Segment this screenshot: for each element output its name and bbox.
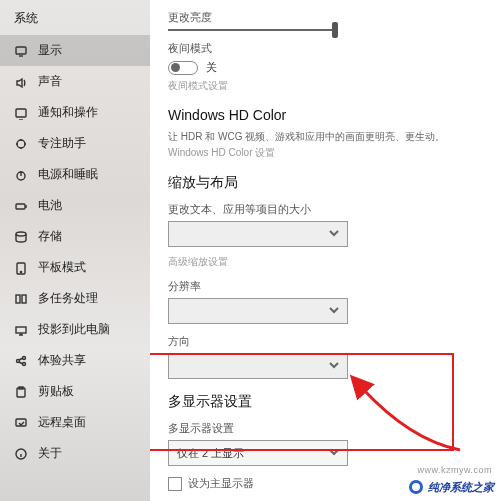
- sidebar-item-label: 关于: [38, 445, 62, 462]
- svg-point-2: [17, 140, 25, 148]
- scale-layout-title: 缩放与布局: [168, 174, 482, 192]
- sound-icon: [14, 75, 28, 89]
- tablet-icon: [14, 261, 28, 275]
- sidebar-item-clipboard[interactable]: 剪贴板: [0, 376, 150, 407]
- night-mode-state: 关: [206, 60, 217, 75]
- storage-icon: [14, 230, 28, 244]
- about-icon: [14, 447, 28, 461]
- orientation-label: 方向: [168, 334, 482, 349]
- hd-color-desc: 让 HDR 和 WCG 视频、游戏和应用中的画面更明亮、更生动。: [168, 129, 482, 144]
- svg-point-5: [16, 232, 26, 236]
- watermark-logo-icon: [408, 479, 424, 495]
- advanced-scale-link[interactable]: 高级缩放设置: [168, 255, 482, 269]
- sidebar-item-tablet[interactable]: 平板模式: [0, 252, 150, 283]
- sidebar-item-label: 远程桌面: [38, 414, 86, 431]
- chevron-down-icon: [329, 228, 339, 240]
- svg-rect-1: [16, 109, 26, 117]
- multi-display-sub: 多显示器设置: [168, 421, 482, 436]
- sidebar-item-notification[interactable]: 通知和操作: [0, 97, 150, 128]
- sidebar-item-storage[interactable]: 存储: [0, 221, 150, 252]
- night-mode-settings-link[interactable]: 夜间模式设置: [168, 79, 482, 93]
- battery-icon: [14, 199, 28, 213]
- sidebar-item-display[interactable]: 显示: [0, 35, 150, 66]
- multitask-icon: [14, 292, 28, 306]
- chevron-down-icon: [329, 447, 339, 459]
- settings-sidebar: 系统 显示声音通知和操作专注助手电源和睡眠电池存储平板模式多任务处理投影到此电脑…: [0, 0, 150, 501]
- svg-rect-10: [16, 327, 26, 333]
- brightness-slider[interactable]: [168, 29, 338, 31]
- svg-rect-0: [16, 47, 26, 54]
- share-icon: [14, 354, 28, 368]
- multi-display-dropdown[interactable]: 仅在 2 上显示: [168, 440, 348, 466]
- sidebar-item-label: 电源和睡眠: [38, 166, 98, 183]
- sidebar-item-focus[interactable]: 专注助手: [0, 128, 150, 159]
- main-display-checkbox[interactable]: [168, 477, 182, 491]
- night-mode-title: 夜间模式: [168, 41, 482, 56]
- night-mode-toggle[interactable]: [168, 61, 198, 75]
- sidebar-item-remote[interactable]: 远程桌面: [0, 407, 150, 438]
- scale-sub-label: 更改文本、应用等项目的大小: [168, 202, 482, 217]
- chevron-down-icon: [329, 360, 339, 372]
- power-icon: [14, 168, 28, 182]
- sidebar-item-label: 平板模式: [38, 259, 86, 276]
- notification-icon: [14, 106, 28, 120]
- hd-color-title: Windows HD Color: [168, 107, 482, 123]
- sidebar-item-label: 显示: [38, 42, 62, 59]
- sidebar-item-project[interactable]: 投影到此电脑: [0, 314, 150, 345]
- sidebar-item-share[interactable]: 体验共享: [0, 345, 150, 376]
- sidebar-item-power[interactable]: 电源和睡眠: [0, 159, 150, 190]
- sidebar-item-label: 专注助手: [38, 135, 86, 152]
- sidebar-category-title: 系统: [0, 4, 150, 35]
- settings-content: 更改亮度 夜间模式 关 夜间模式设置 Windows HD Color 让 HD…: [150, 0, 500, 501]
- sidebar-item-label: 电池: [38, 197, 62, 214]
- sidebar-item-multitask[interactable]: 多任务处理: [0, 283, 150, 314]
- multi-display-value: 仅在 2 上显示: [177, 446, 244, 461]
- watermark: 纯净系统之家: [408, 479, 494, 495]
- main-display-label: 设为主显示器: [188, 476, 254, 491]
- hd-color-settings-link[interactable]: Windows HD Color 设置: [168, 146, 482, 160]
- sidebar-item-label: 通知和操作: [38, 104, 98, 121]
- svg-point-7: [20, 271, 21, 272]
- sidebar-item-about[interactable]: 关于: [0, 438, 150, 469]
- sidebar-item-label: 体验共享: [38, 352, 86, 369]
- watermark-text: 纯净系统之家: [428, 480, 494, 495]
- focus-icon: [14, 137, 28, 151]
- sidebar-item-label: 投影到此电脑: [38, 321, 110, 338]
- sidebar-item-sound[interactable]: 声音: [0, 66, 150, 97]
- svg-rect-4: [16, 204, 25, 209]
- sidebar-item-battery[interactable]: 电池: [0, 190, 150, 221]
- scale-dropdown[interactable]: [168, 221, 348, 247]
- resolution-dropdown[interactable]: [168, 298, 348, 324]
- project-icon: [14, 323, 28, 337]
- multi-display-title: 多显示器设置: [168, 393, 482, 411]
- sidebar-item-label: 多任务处理: [38, 290, 98, 307]
- sidebar-item-label: 声音: [38, 73, 62, 90]
- resolution-label: 分辨率: [168, 279, 482, 294]
- sidebar-item-label: 剪贴板: [38, 383, 74, 400]
- orientation-dropdown[interactable]: [168, 353, 348, 379]
- clipboard-icon: [14, 385, 28, 399]
- svg-rect-8: [16, 295, 20, 303]
- brightness-label: 更改亮度: [168, 10, 482, 25]
- chevron-down-icon: [329, 305, 339, 317]
- watermark-url: www.kzmyw.com: [417, 465, 492, 475]
- svg-rect-9: [22, 295, 26, 303]
- remote-icon: [14, 416, 28, 430]
- display-icon: [14, 44, 28, 58]
- sidebar-item-label: 存储: [38, 228, 62, 245]
